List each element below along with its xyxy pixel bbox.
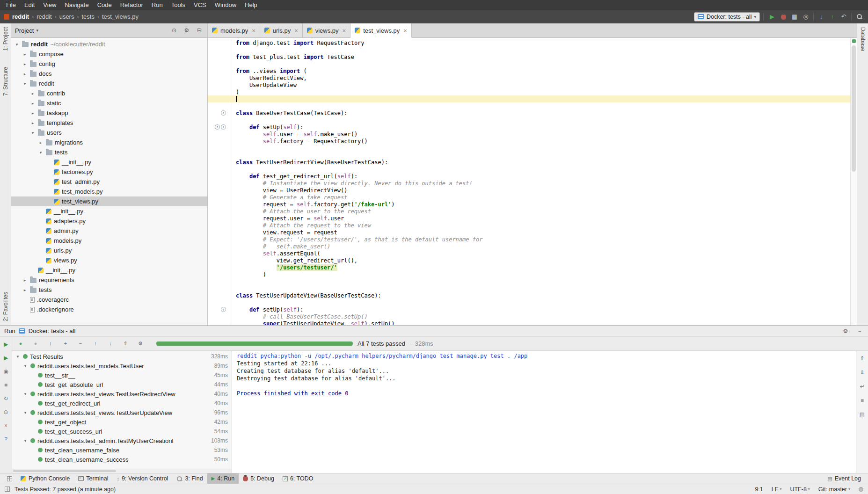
toolwindow-run[interactable]: ▶4: Run — [207, 473, 239, 484]
tree-item-__init__-py[interactable]: __init__.py — [11, 206, 207, 216]
git-branch-selector[interactable]: Git: master▾ — [818, 486, 850, 493]
close-icon[interactable]: × — [294, 27, 298, 34]
tree-item-tests[interactable]: ▸tests — [11, 285, 207, 295]
expander-icon[interactable]: ▸ — [30, 121, 36, 125]
run-button[interactable]: ▶ — [767, 12, 777, 22]
sort-by-duration-toggle[interactable]: ↕ — [46, 339, 55, 349]
expander-icon[interactable]: ▾ — [22, 81, 28, 86]
test-row[interactable]: ▾reddit.users.tests.test_views.TestUserU… — [12, 408, 232, 417]
tree-item-reddit[interactable]: ▾reddit~/cookiecutter/reddit — [11, 39, 207, 49]
rerun-failed-tests-button[interactable]: ▶ — [1, 353, 11, 363]
next-failed-test-button[interactable]: ↓ — [106, 339, 115, 349]
toolwindow-todo[interactable]: 6: TODO — [278, 473, 318, 484]
test-row[interactable]: test_get_success_url54ms — [12, 427, 232, 436]
scroll-to-bottom-button[interactable]: ⇓ — [858, 368, 867, 377]
menu-item-tools[interactable]: Tools — [167, 0, 190, 10]
rollback-button[interactable]: ↶ — [839, 12, 849, 22]
search-everywhere-button[interactable] — [854, 12, 864, 22]
menu-item-view[interactable]: View — [39, 0, 60, 10]
pin-tab-button[interactable]: ⊙ — [1, 407, 11, 417]
tree-item-tests[interactable]: ▾tests — [11, 147, 207, 157]
scroll-to-top-button[interactable]: ⇑ — [858, 354, 867, 363]
run-config-select[interactable]: Docker: tests - all ▾ — [694, 12, 760, 22]
profiler-button[interactable]: ◎ — [801, 12, 811, 22]
expander-icon[interactable]: ▸ — [22, 62, 28, 66]
test-tree-hscrollbar[interactable] — [12, 469, 232, 473]
help-button[interactable]: ? — [1, 435, 11, 444]
code-editor[interactable]: from django.test import RequestFactory f… — [208, 38, 850, 325]
menu-item-navigate[interactable]: Navigate — [60, 0, 93, 10]
inspections-profile-icon[interactable] — [859, 487, 863, 492]
expander-icon[interactable]: ▾ — [14, 42, 20, 47]
scrollbar-thumb[interactable] — [852, 45, 856, 172]
tree-item-compose[interactable]: ▸compose — [11, 49, 207, 59]
settings-gear-button[interactable]: ⚙ — [841, 327, 850, 335]
tree-item-test_views-py[interactable]: test_views.py — [11, 196, 207, 206]
expander-icon[interactable]: ▾ — [30, 131, 36, 135]
override-marker-icon[interactable]: ↑ — [221, 124, 226, 130]
expander-icon[interactable]: ▸ — [22, 278, 28, 283]
tree-item-requirements[interactable]: ▸requirements — [11, 275, 207, 285]
tree-item-urls-py[interactable]: urls.py — [11, 246, 207, 255]
menu-item-run[interactable]: Run — [147, 0, 167, 10]
coverage-button[interactable]: ▦ — [789, 12, 800, 22]
tree-item-factories-py[interactable]: factories.py — [11, 167, 207, 177]
toolwindow-debug[interactable]: 5: Debug — [239, 473, 278, 484]
tab-views-py[interactable]: views.py× — [303, 23, 350, 37]
export-test-results-button[interactable]: ⇑ — [121, 339, 130, 349]
tool-button-favorites[interactable]: 2: Favorites — [2, 292, 9, 321]
tree-item-__init__-py[interactable]: __init__.py — [11, 265, 207, 275]
menu-item-vcs[interactable]: VCS — [190, 0, 211, 10]
clear-console-button[interactable]: ▤ — [858, 410, 867, 419]
tree-item-adapters-py[interactable]: adapters.py — [11, 216, 207, 226]
show-ignored-toggle[interactable]: ● — [31, 339, 40, 349]
menu-item-code[interactable]: Code — [93, 0, 116, 10]
tree-item-docs[interactable]: ▸docs — [11, 69, 207, 79]
breadcrumb-item[interactable]: reddit — [11, 13, 30, 20]
expander-icon[interactable]: ▸ — [22, 288, 28, 292]
override-marker-icon[interactable]: ↑ — [215, 124, 220, 130]
line-separator-selector[interactable]: LF▾ — [772, 486, 782, 493]
test-history-button[interactable]: ⚙ — [136, 339, 145, 349]
tree-item-contrib[interactable]: ▸contrib — [11, 88, 207, 98]
show-passed-toggle[interactable]: ● — [16, 339, 25, 349]
menu-item-file[interactable]: File — [2, 0, 20, 10]
tree-item-static[interactable]: ▸static — [11, 98, 207, 108]
hide-panel-button[interactable]: ⊟ — [195, 26, 204, 35]
breadcrumb-item[interactable]: tests — [80, 13, 95, 20]
tool-button-structure[interactable]: 7: Structure — [2, 67, 9, 96]
scope-button[interactable]: ⊙ — [170, 26, 178, 35]
tree-item-config[interactable]: ▸config — [11, 59, 207, 69]
restore-layout-button[interactable]: ↻ — [1, 394, 11, 403]
toolwindow-version-control[interactable]: ↕9: Version Control — [113, 473, 173, 484]
test-row[interactable]: test_get_absolute_url44ms — [12, 380, 232, 389]
menu-item-edit[interactable]: Edit — [20, 0, 39, 10]
tree-item-reddit[interactable]: ▾reddit — [11, 79, 207, 88]
tree-item-views-py[interactable]: views.py — [11, 255, 207, 265]
tree-item-models-py[interactable]: models.py — [11, 236, 207, 246]
run-console[interactable]: reddit_pycha:python -u /opt/.pycharm_hel… — [232, 351, 856, 473]
toolwindow-python-console[interactable]: Python Console — [16, 473, 74, 484]
expander-icon[interactable]: ▸ — [30, 111, 36, 116]
tab-urls-py[interactable]: urls.py× — [260, 23, 303, 37]
tree-item-templates[interactable]: ▸templates — [11, 118, 207, 128]
tab-models-py[interactable]: models.py× — [208, 23, 260, 37]
test-row[interactable]: test_get_redirect_url40ms — [12, 399, 232, 408]
expander-icon[interactable]: ▸ — [30, 101, 36, 106]
editor-scrollbar[interactable] — [850, 38, 857, 325]
breadcrumb-item[interactable]: users — [58, 13, 75, 20]
hide-panel-button[interactable]: − — [855, 327, 864, 335]
toggle-auto-test-button[interactable]: ◉ — [1, 367, 11, 376]
project-view-selector[interactable]: Project — [15, 27, 34, 34]
stop-button[interactable]: ■ — [1, 380, 11, 390]
tree-item--dockerignore[interactable]: .dockerignore — [11, 305, 207, 314]
test-row[interactable]: test_clean_username_success50ms — [12, 455, 232, 464]
toolwindow-terminal[interactable]: Terminal — [74, 473, 112, 484]
tree-item-admin-py[interactable]: admin.py — [11, 226, 207, 236]
expander-icon[interactable]: ▸ — [38, 140, 44, 145]
tree-item-users[interactable]: ▾users — [11, 128, 207, 138]
test-row[interactable]: ▾reddit.users.tests.test_models.TestUser… — [12, 361, 232, 370]
menu-item-help[interactable]: Help — [241, 0, 262, 10]
test-row[interactable]: ▾reddit.users.tests.test_admin.TestMyUse… — [12, 436, 232, 445]
rerun-tests-button[interactable]: ▶ — [1, 340, 11, 349]
